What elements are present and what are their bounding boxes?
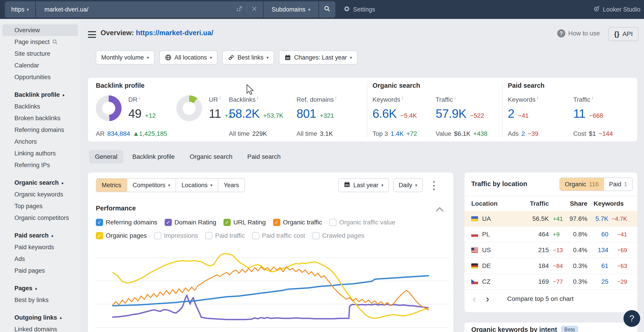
- segment-competitors[interactable]: Competitors▾: [127, 179, 176, 192]
- filter-monthly-volume[interactable]: Monthly volume▾: [96, 50, 154, 64]
- metric-checkbox-impressions[interactable]: Impressions: [154, 232, 198, 239]
- stat-label: Keywords: [508, 96, 536, 103]
- sidebar-item-opportunities[interactable]: Opportunities: [2, 71, 78, 83]
- how-to-use-button[interactable]: ? How to use: [557, 29, 600, 38]
- info-icon[interactable]: i: [220, 96, 220, 100]
- open-external-icon[interactable]: [236, 6, 243, 14]
- location-row-ua[interactable]: UA56.5K+4197.6%5.7K−4.7K: [464, 211, 637, 227]
- menu-hamburger-icon[interactable]: [88, 31, 96, 38]
- metric-checkbox-row: ✓Organic pagesImpressionsPaid trafficPai…: [96, 232, 364, 239]
- segment-locations[interactable]: Locations▾: [176, 179, 218, 192]
- subdomains-dropdown[interactable]: Subdomains ▾: [264, 1, 318, 18]
- sidebar-item-page-inspect[interactable]: Page inspect: [2, 36, 78, 48]
- filter-best-links[interactable]: Best links▾: [222, 50, 274, 64]
- location-row-us[interactable]: US215−130.4%134−69: [464, 242, 637, 258]
- sidebar-item-organic-keywords[interactable]: Organic keywords: [2, 188, 78, 200]
- sidebar-section-outgoing-links[interactable]: Outgoing links▴: [2, 312, 78, 324]
- sidebar-item-label: Backlinks: [14, 103, 40, 110]
- info-icon[interactable]: i: [335, 96, 336, 100]
- metric-checkbox-paid-traffic[interactable]: Paid traffic: [205, 232, 245, 239]
- metric-checkbox-url-rating[interactable]: ✓URL Rating: [224, 219, 266, 226]
- segment-metrics[interactable]: Metrics: [96, 179, 127, 192]
- location-row-cz[interactable]: CZ169−770.3%25−29: [464, 274, 637, 290]
- date-range-button[interactable]: Last year ▾: [338, 178, 389, 192]
- location-row-pl[interactable]: PL464+90.8%60−41: [464, 227, 637, 242]
- sidebar-item-referring-domains[interactable]: Referring domains: [2, 124, 78, 136]
- sidebar-item-label: Organic competitors: [14, 214, 69, 222]
- help-button[interactable]: ?: [624, 310, 640, 327]
- location-row-de[interactable]: DE184−840.3%61−63: [464, 258, 637, 274]
- info-icon[interactable]: i: [537, 96, 538, 100]
- column-header-traffic[interactable]: Traffic: [522, 200, 549, 207]
- stat-footer-part: Top 3: [372, 130, 388, 137]
- info-icon[interactable]: i: [592, 96, 593, 100]
- target-url-input[interactable]: market-dveri.ua/: [36, 1, 263, 18]
- metric-checkbox-organic-traffic-value[interactable]: Organic traffic value: [329, 219, 395, 226]
- sidebar-item-linking-authors[interactable]: Linking authors: [2, 148, 78, 159]
- stat-value: 11: [209, 106, 221, 120]
- stat-delta: +321: [320, 112, 334, 119]
- filter-all-locations[interactable]: All locations▾: [160, 50, 218, 64]
- toggle-paid[interactable]: Paid1: [604, 178, 632, 190]
- sidebar-section-backlink-profile[interactable]: Backlink profile▴: [2, 89, 78, 100]
- column-header-keywords[interactable]: Keywords: [588, 200, 624, 207]
- sidebar-item-paid-pages[interactable]: Paid pages: [2, 265, 78, 276]
- info-icon[interactable]: i: [402, 96, 403, 100]
- segment-label: Competitors: [132, 182, 166, 189]
- chevron-down-icon: ▾: [168, 183, 170, 188]
- column-header-location[interactable]: Location: [464, 200, 522, 207]
- settings-button[interactable]: Settings: [343, 0, 375, 19]
- tab-backlink-profile[interactable]: Backlink profile: [126, 150, 180, 164]
- sidebar-item-organic-competitors[interactable]: Organic competitors: [2, 212, 78, 224]
- sidebar-item-backlinks[interactable]: Backlinks: [2, 100, 78, 112]
- sidebar-item-site-structure[interactable]: Site structure: [2, 48, 78, 60]
- sidebar-item-top-pages[interactable]: Top pages: [2, 200, 78, 212]
- sidebar-item-best-by-links[interactable]: Best by links: [2, 294, 78, 306]
- clear-url-icon[interactable]: [251, 6, 258, 14]
- info-icon[interactable]: i: [454, 96, 455, 100]
- info-icon[interactable]: i: [257, 96, 258, 100]
- info-icon[interactable]: i: [139, 96, 140, 100]
- metric-checkbox-crawled-pages[interactable]: Crawled pages: [312, 232, 364, 239]
- api-button[interactable]: {} API: [608, 27, 639, 41]
- more-options-kebab-icon[interactable]: [430, 181, 438, 190]
- sidebar-item-referring-ips[interactable]: Referring IPs: [2, 159, 78, 171]
- tab-paid-search[interactable]: Paid search: [242, 150, 286, 164]
- sidebar-section-organic-search[interactable]: Organic search▴: [2, 177, 78, 188]
- metric-checkbox-paid-traffic-cost[interactable]: Paid traffic cost: [252, 232, 305, 239]
- sidebar-item-anchors[interactable]: Anchors: [2, 136, 78, 148]
- sidebar-item-overview[interactable]: Overview: [2, 24, 78, 36]
- sidebar-section-paid-search[interactable]: Paid search▴: [2, 230, 78, 241]
- stat-footer-part: +72: [406, 130, 417, 137]
- sidebar-item-paid-keywords[interactable]: Paid keywords: [2, 241, 78, 253]
- search-button[interactable]: [319, 1, 335, 18]
- sidebar-item-ads[interactable]: Ads: [2, 253, 78, 265]
- granularity-button[interactable]: Daily ▾: [393, 178, 423, 192]
- sidebar-item-linked-domains[interactable]: Linked domains: [2, 324, 78, 332]
- tab-organic-search[interactable]: Organic search: [184, 150, 238, 164]
- metric-checkbox-referring-domains[interactable]: ✓Referring domains: [96, 219, 158, 226]
- collapse-section-icon[interactable]: [436, 207, 444, 215]
- filter-changes-last-year[interactable]: Changes: Last year▾: [279, 50, 358, 64]
- toggle-organic[interactable]: Organic116: [560, 178, 604, 190]
- share-value: 0.4%: [568, 246, 588, 254]
- segment-years[interactable]: Years: [218, 179, 244, 192]
- sidebar-section-pages[interactable]: Pages▴: [2, 282, 78, 294]
- tab-general[interactable]: General: [89, 150, 123, 164]
- performance-chart[interactable]: [95, 244, 449, 332]
- section-divider: [367, 82, 367, 137]
- protocol-dropdown[interactable]: https ▾: [5, 1, 35, 18]
- prev-page-icon[interactable]: ‹: [473, 294, 476, 304]
- metric-checkbox-organic-traffic[interactable]: ✓Organic traffic: [273, 219, 322, 226]
- checkbox-checked-icon: ✓: [96, 219, 103, 226]
- compare-top5-link[interactable]: Compare top 5 on chart: [507, 295, 574, 302]
- sidebar-item-calendar[interactable]: Calendar: [2, 60, 78, 71]
- filter-row: Monthly volume▾All locations▾Best links▾…: [96, 50, 358, 64]
- next-page-icon[interactable]: ›: [486, 294, 489, 304]
- sidebar-item-broken-backlinks[interactable]: Broken backlinks: [2, 112, 78, 124]
- target-domain-link[interactable]: https://market-dveri.ua/: [136, 29, 213, 37]
- column-header-share[interactable]: Share: [549, 200, 588, 207]
- looker-studio-button[interactable]: Looker Studio: [593, 0, 640, 19]
- metric-checkbox-organic-pages[interactable]: ✓Organic pages: [96, 232, 147, 239]
- metric-checkbox-domain-rating[interactable]: ✓Domain Rating: [164, 219, 216, 226]
